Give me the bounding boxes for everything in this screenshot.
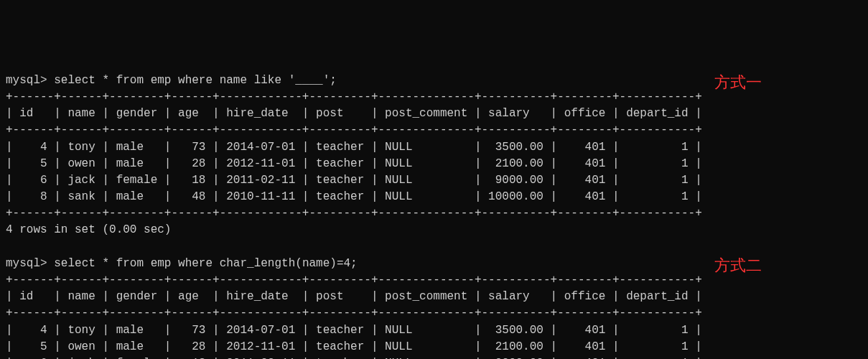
query1-result-msg: 4 rows in set (0.00 sec) [6, 222, 862, 238]
annotation-method-1: 方式一 [714, 71, 762, 94]
mysql-prompt: mysql> [6, 74, 54, 87]
table2-row: | 4 | tony | male | 73 | 2014-07-01 | te… [6, 322, 862, 339]
table1-border-mid: +------+------+--------+------+---------… [6, 122, 862, 139]
table2-border-mid: +------+------+--------+------+---------… [6, 305, 862, 322]
table2-row: | 6 | jack | female | 18 | 2011-02-11 | … [6, 355, 862, 359]
table1-border-bot: +------+------+--------+------+---------… [6, 205, 862, 222]
table1-row: | 6 | jack | female | 18 | 2011-02-11 | … [6, 172, 862, 189]
query2-sql: select * from emp where char_length(name… [54, 257, 357, 270]
mysql-prompt: mysql> [6, 257, 54, 270]
table1-row: | 5 | owen | male | 28 | 2012-11-01 | te… [6, 156, 862, 172]
annotation-method-2: 方式二 [714, 254, 762, 277]
query2-prompt-line: mysql> select * from emp where char_leng… [6, 256, 862, 272]
query1-prompt-line: mysql> select * from emp where name like… [6, 73, 862, 89]
table2-row: | 5 | owen | male | 28 | 2012-11-01 | te… [6, 339, 862, 355]
blank-line [6, 239, 862, 256]
table1-row: | 4 | tony | male | 73 | 2014-07-01 | te… [6, 139, 862, 156]
table1-row: | 8 | sank | male | 48 | 2010-11-11 | te… [6, 189, 862, 205]
table2-header: | id | name | gender | age | hire_date |… [6, 289, 862, 305]
table1-header: | id | name | gender | age | hire_date |… [6, 106, 862, 122]
query1-sql: select * from emp where name like '____'… [54, 74, 337, 87]
